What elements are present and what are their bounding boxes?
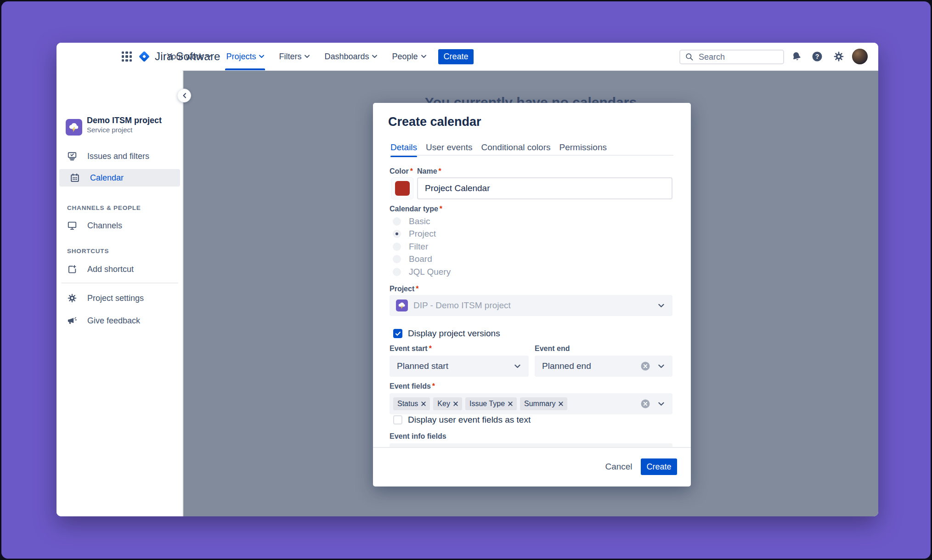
event-start-select[interactable]: Planned start	[390, 356, 529, 377]
color-picker-button[interactable]	[391, 177, 413, 199]
chevron-down-icon	[658, 304, 664, 308]
sidebar-item-calendar[interactable]: Calendar	[59, 169, 180, 187]
nav-item-projects[interactable]: Projects	[226, 43, 264, 70]
event-end-value: Planned end	[535, 361, 591, 371]
radio-circle[interactable]	[393, 255, 401, 263]
nav-item-filters[interactable]: Filters	[279, 43, 310, 70]
required-asterisk: *	[439, 167, 441, 175]
selected-field-tags: Status Key Issue Type Summary	[390, 397, 567, 410]
display-user-fields-checkbox-row[interactable]: Display user event fields as text	[393, 415, 531, 425]
tag-status: Status	[393, 397, 430, 410]
radio-option-filter[interactable]: Filter	[390, 240, 428, 253]
radio-option-jql-query[interactable]: JQL Query	[390, 266, 451, 278]
browser-app-window: Jira Software Your work Projects Filters	[56, 43, 878, 516]
calendar-icon	[67, 173, 80, 183]
project-select[interactable]: DIP - Demo ITSM project	[390, 295, 672, 316]
required-asterisk: *	[440, 205, 442, 213]
svg-text:?: ?	[815, 53, 819, 60]
tab-permissions[interactable]: Permissions	[559, 142, 606, 153]
project-avatar-icon	[396, 300, 408, 311]
project-sidebar: Demo ITSM project Service project Issues…	[56, 70, 183, 516]
search-icon	[685, 52, 694, 62]
radio-circle-selected[interactable]	[393, 230, 401, 238]
event-fields-label: Event fields*	[390, 382, 435, 390]
sidebar-item-give-feedback[interactable]: Give feedback	[56, 312, 183, 329]
project-type: Service project	[87, 126, 132, 134]
checkbox-checked[interactable]	[393, 329, 402, 338]
checkbox-unchecked[interactable]	[393, 415, 402, 424]
event-info-select-partial[interactable]	[390, 443, 672, 447]
tag-key: Key	[433, 397, 462, 410]
calendar-name-input[interactable]	[417, 177, 672, 199]
sidebar-collapse-button[interactable]	[177, 89, 191, 102]
channels-monitor-icon	[67, 221, 77, 231]
event-start-value: Planned start	[390, 361, 448, 371]
radio-circle[interactable]	[393, 217, 401, 226]
settings-gear-icon[interactable]	[833, 51, 844, 62]
sidebar-item-label: Add shortcut	[87, 265, 134, 274]
sidebar-item-channels[interactable]: Channels	[56, 217, 183, 234]
color-swatch	[395, 181, 410, 196]
radio-option-board[interactable]: Board	[390, 253, 432, 266]
dialog-title: Create calendar	[388, 115, 481, 129]
sidebar-item-label: Issues and filters	[87, 152, 149, 161]
global-create-button[interactable]: Create	[438, 49, 474, 64]
chevron-down-icon	[658, 364, 664, 368]
help-icon[interactable]: ?	[812, 51, 823, 62]
nav-item-dashboards[interactable]: Dashboards	[324, 43, 377, 70]
calendar-type-label: Calendar type*	[390, 205, 442, 213]
user-avatar[interactable]	[852, 49, 868, 64]
remove-tag-icon[interactable]	[421, 402, 426, 406]
search-field[interactable]	[679, 50, 784, 64]
clear-field-icon[interactable]	[640, 399, 650, 409]
chevron-down-icon	[206, 55, 211, 58]
chevron-down-icon	[259, 55, 264, 58]
required-asterisk: *	[410, 167, 413, 175]
sidebar-item-add-shortcut[interactable]: Add shortcut	[56, 260, 183, 278]
tabs-divider	[390, 155, 673, 156]
scroll-area-divider	[373, 447, 691, 448]
color-field-label: Color*	[390, 167, 413, 175]
required-asterisk: *	[416, 285, 418, 293]
radio-option-project[interactable]: Project	[390, 228, 436, 241]
notifications-bell-icon[interactable]	[791, 51, 802, 62]
create-calendar-dialog: Create calendar Details User events Cond…	[373, 103, 691, 486]
sidebar-item-project-settings[interactable]: Project settings	[56, 289, 183, 307]
remove-tag-icon[interactable]	[453, 402, 458, 406]
tab-conditional-colors[interactable]: Conditional colors	[481, 142, 550, 153]
screenshot-root: Jira Software Your work Projects Filters	[0, 0, 932, 560]
radio-circle[interactable]	[393, 268, 401, 276]
tag-issue-type: Issue Type	[465, 397, 517, 410]
tab-user-events[interactable]: User events	[426, 142, 472, 153]
remove-tag-icon[interactable]	[559, 402, 563, 406]
sidebar-item-issues-and-filters[interactable]: Issues and filters	[56, 147, 183, 165]
clear-field-icon[interactable]	[640, 361, 650, 371]
radio-option-basic[interactable]: Basic	[390, 215, 430, 228]
desktop-background: Jira Software Your work Projects Filters	[1, 1, 931, 559]
gear-icon	[67, 293, 77, 303]
event-end-select[interactable]: Planned end	[535, 356, 672, 377]
required-asterisk: *	[429, 345, 432, 352]
display-versions-checkbox-row[interactable]: Display project versions	[393, 328, 500, 339]
project-avatar-icon	[66, 119, 82, 136]
sidebar-section-channels-people: CHANNELS & PEOPLE	[67, 204, 141, 211]
chevron-down-icon	[658, 402, 664, 406]
sidebar-item-label: Project settings	[87, 294, 144, 303]
create-calendar-submit-button[interactable]: Create	[641, 458, 677, 475]
nav-item-people[interactable]: People	[392, 43, 426, 70]
tab-details[interactable]: Details	[390, 142, 417, 153]
event-end-label: Event end	[535, 345, 570, 353]
app-switcher-icon[interactable]	[122, 51, 132, 62]
jira-logo-icon[interactable]	[137, 50, 151, 63]
event-fields-multiselect[interactable]: Status Key Issue Type Summary	[390, 393, 672, 414]
cancel-button[interactable]: Cancel	[600, 458, 637, 475]
remove-tag-icon[interactable]	[508, 402, 513, 406]
chevron-down-icon	[372, 55, 377, 58]
search-input[interactable]	[698, 52, 773, 62]
tag-summary: Summary	[520, 397, 567, 410]
checkbox-label: Display project versions	[408, 328, 500, 339]
top-navbar: Jira Software Your work Projects Filters	[56, 43, 878, 71]
radio-circle[interactable]	[393, 243, 401, 251]
sidebar-item-label: Give feedback	[87, 316, 140, 326]
nav-item-your-work[interactable]: Your work	[167, 43, 211, 70]
